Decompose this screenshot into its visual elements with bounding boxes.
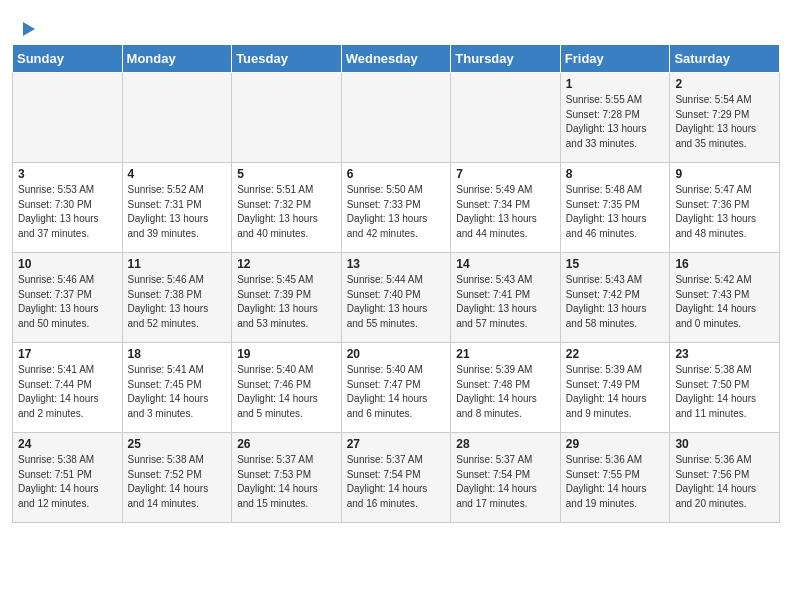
- calendar-cell: [13, 73, 123, 163]
- weekday-header-tuesday: Tuesday: [232, 45, 342, 73]
- day-info: Sunrise: 5:45 AMSunset: 7:39 PMDaylight:…: [237, 273, 336, 331]
- calendar-cell: 17Sunrise: 5:41 AMSunset: 7:44 PMDayligh…: [13, 343, 123, 433]
- day-info: Sunrise: 5:53 AMSunset: 7:30 PMDaylight:…: [18, 183, 117, 241]
- calendar-week-row: 1Sunrise: 5:55 AMSunset: 7:28 PMDaylight…: [13, 73, 780, 163]
- calendar-container: SundayMondayTuesdayWednesdayThursdayFrid…: [0, 44, 792, 535]
- day-number: 22: [566, 347, 665, 361]
- day-info: Sunrise: 5:38 AMSunset: 7:50 PMDaylight:…: [675, 363, 774, 421]
- day-info: Sunrise: 5:51 AMSunset: 7:32 PMDaylight:…: [237, 183, 336, 241]
- calendar-cell: 25Sunrise: 5:38 AMSunset: 7:52 PMDayligh…: [122, 433, 232, 523]
- calendar-cell: 29Sunrise: 5:36 AMSunset: 7:55 PMDayligh…: [560, 433, 670, 523]
- calendar-week-row: 17Sunrise: 5:41 AMSunset: 7:44 PMDayligh…: [13, 343, 780, 433]
- calendar-cell: 7Sunrise: 5:49 AMSunset: 7:34 PMDaylight…: [451, 163, 561, 253]
- calendar-cell: [451, 73, 561, 163]
- weekday-header-monday: Monday: [122, 45, 232, 73]
- day-info: Sunrise: 5:54 AMSunset: 7:29 PMDaylight:…: [675, 93, 774, 151]
- weekday-header-saturday: Saturday: [670, 45, 780, 73]
- calendar-cell: [341, 73, 451, 163]
- calendar-week-row: 3Sunrise: 5:53 AMSunset: 7:30 PMDaylight…: [13, 163, 780, 253]
- day-number: 26: [237, 437, 336, 451]
- calendar-cell: 14Sunrise: 5:43 AMSunset: 7:41 PMDayligh…: [451, 253, 561, 343]
- day-info: Sunrise: 5:47 AMSunset: 7:36 PMDaylight:…: [675, 183, 774, 241]
- calendar-cell: 30Sunrise: 5:36 AMSunset: 7:56 PMDayligh…: [670, 433, 780, 523]
- day-number: 14: [456, 257, 555, 271]
- calendar-cell: 23Sunrise: 5:38 AMSunset: 7:50 PMDayligh…: [670, 343, 780, 433]
- day-number: 1: [566, 77, 665, 91]
- day-number: 24: [18, 437, 117, 451]
- calendar-cell: [232, 73, 342, 163]
- day-number: 20: [347, 347, 446, 361]
- day-info: Sunrise: 5:38 AMSunset: 7:52 PMDaylight:…: [128, 453, 227, 511]
- day-info: Sunrise: 5:42 AMSunset: 7:43 PMDaylight:…: [675, 273, 774, 331]
- day-info: Sunrise: 5:39 AMSunset: 7:48 PMDaylight:…: [456, 363, 555, 421]
- calendar-week-row: 10Sunrise: 5:46 AMSunset: 7:37 PMDayligh…: [13, 253, 780, 343]
- weekday-header-wednesday: Wednesday: [341, 45, 451, 73]
- day-number: 15: [566, 257, 665, 271]
- page-header: [0, 0, 792, 44]
- day-info: Sunrise: 5:39 AMSunset: 7:49 PMDaylight:…: [566, 363, 665, 421]
- calendar-cell: 8Sunrise: 5:48 AMSunset: 7:35 PMDaylight…: [560, 163, 670, 253]
- calendar-cell: 5Sunrise: 5:51 AMSunset: 7:32 PMDaylight…: [232, 163, 342, 253]
- calendar-cell: 12Sunrise: 5:45 AMSunset: 7:39 PMDayligh…: [232, 253, 342, 343]
- calendar-cell: 19Sunrise: 5:40 AMSunset: 7:46 PMDayligh…: [232, 343, 342, 433]
- day-number: 18: [128, 347, 227, 361]
- calendar-cell: 20Sunrise: 5:40 AMSunset: 7:47 PMDayligh…: [341, 343, 451, 433]
- calendar-cell: 24Sunrise: 5:38 AMSunset: 7:51 PMDayligh…: [13, 433, 123, 523]
- calendar-cell: 28Sunrise: 5:37 AMSunset: 7:54 PMDayligh…: [451, 433, 561, 523]
- day-info: Sunrise: 5:44 AMSunset: 7:40 PMDaylight:…: [347, 273, 446, 331]
- day-info: Sunrise: 5:49 AMSunset: 7:34 PMDaylight:…: [456, 183, 555, 241]
- calendar-cell: 26Sunrise: 5:37 AMSunset: 7:53 PMDayligh…: [232, 433, 342, 523]
- weekday-header-row: SundayMondayTuesdayWednesdayThursdayFrid…: [13, 45, 780, 73]
- weekday-header-friday: Friday: [560, 45, 670, 73]
- day-number: 10: [18, 257, 117, 271]
- calendar-cell: 10Sunrise: 5:46 AMSunset: 7:37 PMDayligh…: [13, 253, 123, 343]
- day-number: 28: [456, 437, 555, 451]
- calendar-cell: 3Sunrise: 5:53 AMSunset: 7:30 PMDaylight…: [13, 163, 123, 253]
- day-info: Sunrise: 5:43 AMSunset: 7:41 PMDaylight:…: [456, 273, 555, 331]
- calendar-cell: 13Sunrise: 5:44 AMSunset: 7:40 PMDayligh…: [341, 253, 451, 343]
- calendar-cell: 27Sunrise: 5:37 AMSunset: 7:54 PMDayligh…: [341, 433, 451, 523]
- day-number: 19: [237, 347, 336, 361]
- day-info: Sunrise: 5:55 AMSunset: 7:28 PMDaylight:…: [566, 93, 665, 151]
- day-number: 21: [456, 347, 555, 361]
- day-info: Sunrise: 5:38 AMSunset: 7:51 PMDaylight:…: [18, 453, 117, 511]
- day-info: Sunrise: 5:41 AMSunset: 7:45 PMDaylight:…: [128, 363, 227, 421]
- day-info: Sunrise: 5:43 AMSunset: 7:42 PMDaylight:…: [566, 273, 665, 331]
- calendar-cell: 15Sunrise: 5:43 AMSunset: 7:42 PMDayligh…: [560, 253, 670, 343]
- calendar-cell: 16Sunrise: 5:42 AMSunset: 7:43 PMDayligh…: [670, 253, 780, 343]
- weekday-header-sunday: Sunday: [13, 45, 123, 73]
- day-info: Sunrise: 5:36 AMSunset: 7:55 PMDaylight:…: [566, 453, 665, 511]
- day-number: 23: [675, 347, 774, 361]
- day-info: Sunrise: 5:46 AMSunset: 7:37 PMDaylight:…: [18, 273, 117, 331]
- calendar-cell: 1Sunrise: 5:55 AMSunset: 7:28 PMDaylight…: [560, 73, 670, 163]
- calendar-cell: 4Sunrise: 5:52 AMSunset: 7:31 PMDaylight…: [122, 163, 232, 253]
- calendar-week-row: 24Sunrise: 5:38 AMSunset: 7:51 PMDayligh…: [13, 433, 780, 523]
- day-info: Sunrise: 5:41 AMSunset: 7:44 PMDaylight:…: [18, 363, 117, 421]
- day-info: Sunrise: 5:52 AMSunset: 7:31 PMDaylight:…: [128, 183, 227, 241]
- logo-triangle-icon: [23, 22, 35, 36]
- day-number: 27: [347, 437, 446, 451]
- calendar-cell: 6Sunrise: 5:50 AMSunset: 7:33 PMDaylight…: [341, 163, 451, 253]
- calendar-cell: 21Sunrise: 5:39 AMSunset: 7:48 PMDayligh…: [451, 343, 561, 433]
- day-number: 7: [456, 167, 555, 181]
- day-number: 30: [675, 437, 774, 451]
- logo-blue: [20, 22, 35, 36]
- calendar-cell: [122, 73, 232, 163]
- day-info: Sunrise: 5:37 AMSunset: 7:54 PMDaylight:…: [347, 453, 446, 511]
- day-number: 6: [347, 167, 446, 181]
- weekday-header-thursday: Thursday: [451, 45, 561, 73]
- day-info: Sunrise: 5:46 AMSunset: 7:38 PMDaylight:…: [128, 273, 227, 331]
- day-number: 5: [237, 167, 336, 181]
- day-number: 17: [18, 347, 117, 361]
- day-number: 12: [237, 257, 336, 271]
- day-number: 11: [128, 257, 227, 271]
- day-number: 2: [675, 77, 774, 91]
- day-info: Sunrise: 5:36 AMSunset: 7:56 PMDaylight:…: [675, 453, 774, 511]
- day-number: 25: [128, 437, 227, 451]
- day-number: 9: [675, 167, 774, 181]
- calendar-cell: 2Sunrise: 5:54 AMSunset: 7:29 PMDaylight…: [670, 73, 780, 163]
- day-info: Sunrise: 5:37 AMSunset: 7:54 PMDaylight:…: [456, 453, 555, 511]
- calendar-cell: 11Sunrise: 5:46 AMSunset: 7:38 PMDayligh…: [122, 253, 232, 343]
- calendar-cell: 22Sunrise: 5:39 AMSunset: 7:49 PMDayligh…: [560, 343, 670, 433]
- logo: [20, 22, 35, 36]
